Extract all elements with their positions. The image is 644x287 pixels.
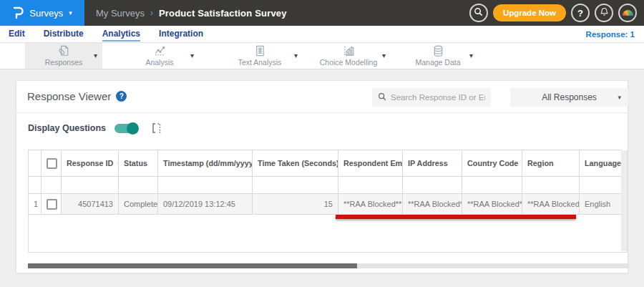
region-cell: **RAA Blocked** <box>522 194 580 215</box>
choice-modelling-icon <box>306 44 391 58</box>
column-label: Region <box>527 159 554 167</box>
upgrade-now-button[interactable]: Upgrade Now <box>493 4 566 21</box>
toolbar-label: Text Analysis <box>217 58 303 67</box>
ip-address-cell: **RAA Blocked** <box>403 194 462 215</box>
column-label: Country Code <box>467 159 518 167</box>
response-id-cell[interactable]: 45071413 <box>62 194 119 215</box>
brand-logo-icon <box>12 6 24 20</box>
display-questions-toggle[interactable] <box>114 124 138 133</box>
row-checkbox[interactable] <box>47 199 57 210</box>
app-window: Surveys ▾ My Surveys › Product Satisfact… <box>0 0 644 287</box>
responses-icon <box>25 44 102 58</box>
page-title: Product Satisfaction Survey <box>159 8 287 19</box>
response-count-label: Response: 1 <box>586 30 635 39</box>
text-analysis-icon <box>217 44 303 58</box>
column-filter-row <box>29 177 622 194</box>
chevron-down-icon[interactable]: ▾ <box>294 52 298 59</box>
col-country-code[interactable]: Country Code <box>462 150 522 177</box>
toolbar-item-analysis[interactable]: Analysis ▾ <box>120 43 199 69</box>
filter-cell[interactable] <box>62 177 119 194</box>
filter-cell[interactable] <box>522 177 580 194</box>
search-icon <box>474 7 483 19</box>
freeze-columns-icon[interactable] <box>151 122 162 134</box>
filter-cell[interactable] <box>158 177 253 194</box>
help-button[interactable]: ? <box>571 4 590 22</box>
column-label: IP Address <box>408 159 448 167</box>
select-all-checkbox[interactable] <box>47 158 57 169</box>
surveys-product-menu[interactable]: Surveys ▾ <box>0 0 84 26</box>
timestamp-cell: 09/12/2019 13:12:45 <box>158 194 253 215</box>
col-response-id[interactable]: Response ID▼ <box>62 150 119 177</box>
account-menu-button[interactable] <box>618 4 637 22</box>
breadcrumb-separator-icon: › <box>150 8 153 18</box>
filter-cell <box>29 177 42 194</box>
toolbar-label: Responses <box>25 58 102 67</box>
column-label: Response ID <box>67 159 113 167</box>
col-respondent-email[interactable]: Respondent Email <box>338 150 403 177</box>
language-cell: English <box>580 194 622 215</box>
col-region[interactable]: Region <box>522 150 580 177</box>
toolbar-label: Analysis <box>120 58 199 67</box>
col-time-taken[interactable]: Time Taken (Seconds)⇅ <box>253 150 338 177</box>
toolbar-item-responses[interactable]: Responses ▾ <box>25 43 102 69</box>
tab-integration[interactable]: Integration <box>159 26 203 42</box>
status-cell: Completed <box>119 194 158 215</box>
toolbar-label: Choice Modelling <box>306 58 391 67</box>
filter-cell[interactable] <box>580 177 622 194</box>
response-viewer-panel: Response Viewer ? All Responses ▾ Displa… <box>16 80 628 273</box>
horizontal-scrollbar-track[interactable] <box>28 263 629 268</box>
vertical-scrollbar[interactable] <box>621 150 627 251</box>
toolbar-item-manage-data[interactable]: Manage Data ▾ <box>398 43 478 69</box>
breadcrumb: My Surveys › Product Satisfaction Survey <box>96 8 287 19</box>
respondent-email-cell: **RAA Blocked** <box>338 194 403 215</box>
display-questions-row: Display Questions <box>28 122 162 134</box>
toolbar-item-choice-modelling[interactable]: Choice Modelling ▾ <box>306 43 391 69</box>
top-nav-actions: Upgrade Now ? <box>469 4 637 22</box>
col-timestamp[interactable]: Timestamp (dd/mm/yyyy)⇅ <box>158 150 253 177</box>
horizontal-scrollbar-thumb[interactable] <box>28 263 357 268</box>
toolbar-item-text-analysis[interactable]: Text Analysis ▾ <box>217 43 303 69</box>
response-search-box <box>372 88 491 107</box>
toolbar-label: Manage Data <box>398 58 478 67</box>
table-row: 1 45071413 Completed 09/12/2019 13:12:45… <box>29 194 622 215</box>
top-nav-bar: Surveys ▾ My Surveys › Product Satisfact… <box>0 0 644 26</box>
bell-icon <box>600 7 609 19</box>
question-mark-icon: ? <box>577 8 583 19</box>
all-responses-dropdown[interactable]: All Responses ▾ <box>510 88 628 107</box>
filter-cell[interactable] <box>119 177 158 194</box>
col-status[interactable]: Status <box>119 150 158 177</box>
tab-distribute[interactable]: Distribute <box>44 26 84 42</box>
filter-cell <box>42 177 62 194</box>
filter-cell[interactable] <box>338 177 403 194</box>
column-label: Status <box>124 159 147 167</box>
search-button[interactable] <box>469 4 488 22</box>
help-circle-icon[interactable]: ? <box>116 91 127 102</box>
column-label: Timestamp (dd/mm/yyyy) <box>163 159 253 167</box>
column-label: Time Taken (Seconds) <box>258 159 338 167</box>
chevron-down-icon[interactable]: ▾ <box>469 52 473 59</box>
filter-cell[interactable] <box>403 177 462 194</box>
chevron-down-icon[interactable]: ▾ <box>94 52 97 59</box>
filter-cell[interactable] <box>253 177 338 194</box>
country-code-cell: **RAA Blocked** <box>462 194 522 215</box>
column-label: Language <box>585 159 621 167</box>
filter-cell[interactable] <box>462 177 522 194</box>
search-response-input[interactable] <box>391 93 485 102</box>
survey-tab-bar: Edit Distribute Analytics Integration Re… <box>0 26 644 43</box>
chevron-down-icon[interactable]: ▾ <box>382 52 386 59</box>
display-questions-label: Display Questions <box>28 123 106 133</box>
chevron-down-icon[interactable]: ▾ <box>190 52 194 59</box>
tab-analytics[interactable]: Analytics <box>102 26 140 42</box>
column-label: Respondent Email <box>343 159 403 167</box>
row-number-header <box>29 150 42 177</box>
surveys-menu-label: Surveys <box>29 8 63 19</box>
breadcrumb-my-surveys[interactable]: My Surveys <box>96 8 145 19</box>
tab-edit[interactable]: Edit <box>9 26 25 42</box>
col-ip-address[interactable]: IP Address <box>403 150 462 177</box>
gauge-avatar-icon <box>623 10 633 16</box>
notifications-button[interactable] <box>595 4 613 22</box>
toggle-knob <box>127 122 139 135</box>
analysis-icon <box>120 44 199 58</box>
responses-table-container: Response ID▼ Status Timestamp (dd/mm/yyy… <box>28 150 628 253</box>
col-language[interactable]: Language <box>580 150 622 177</box>
